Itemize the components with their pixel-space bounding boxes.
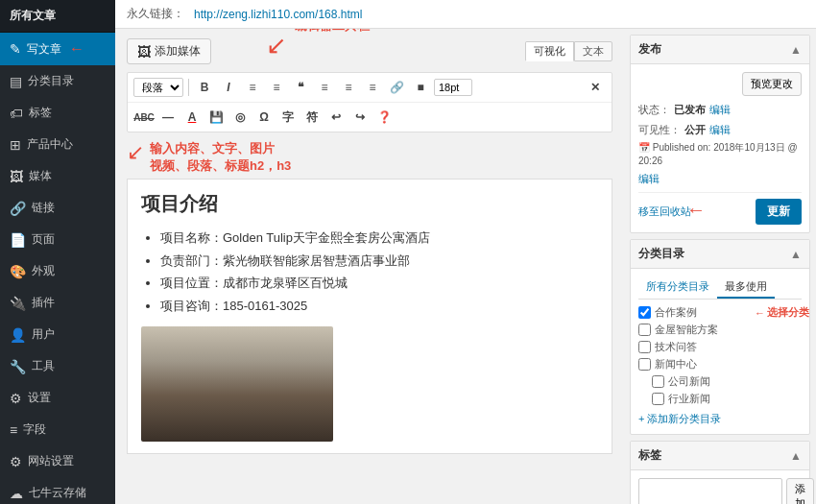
sidebar-item-categories[interactable]: ▤ 分类目录 (0, 65, 115, 97)
font-color-button[interactable]: A (181, 107, 203, 128)
category-header: 分类目录 ▲ (631, 240, 809, 269)
sidebar-item-settings-label: 设置 (28, 390, 51, 406)
cat-checkbox-case[interactable] (638, 306, 651, 319)
cat-tab-popular[interactable]: 最多使用 (717, 276, 775, 299)
permalink-bar: 永久链接： http://zeng.lizhi110.com/168.html (115, 0, 816, 29)
link-button[interactable]: 🔗 (386, 77, 407, 98)
tag-input[interactable] (638, 478, 782, 504)
redo-button[interactable]: ↪ (349, 107, 371, 128)
sidebar-item-tools[interactable]: 🔧 工具 (0, 350, 115, 382)
list-item: 项目名称：Golden Tulip天宇金熙全套房公寓酒店 (160, 227, 598, 249)
sidebar-item-siteconfig[interactable]: ⚙ 网站设置 (0, 445, 115, 477)
indent-button[interactable]: 字 (277, 107, 299, 128)
sidebar-item-media[interactable]: 🖼 媒体 (0, 160, 115, 192)
add-media-button[interactable]: 🖼 添加媒体 (127, 38, 211, 64)
cat-label-case: 合作案例 (655, 305, 697, 320)
category-body: 所有分类目录 最多使用 合作案例 ← 选择分类 (631, 269, 809, 434)
cat-checkbox-industry[interactable] (652, 393, 664, 405)
cat-tab-all[interactable]: 所有分类目录 (638, 276, 717, 299)
visibility-label: 可见性： (638, 122, 681, 138)
ol-button[interactable]: ≡ (266, 77, 287, 98)
categories-icon: ▤ (10, 74, 22, 89)
paste-button[interactable]: 💾 (205, 107, 227, 128)
sidebar-item-links[interactable]: 🔗 链接 (0, 192, 115, 224)
blockquote-button[interactable]: ❝ (290, 77, 311, 98)
category-toggle[interactable]: ▲ (790, 248, 802, 261)
status-edit-link[interactable]: 编辑 (709, 102, 731, 118)
sidebar-item-links-label: 链接 (32, 200, 55, 216)
tags-toggle[interactable]: ▲ (790, 449, 802, 463)
sidebar-item-write[interactable]: ✎ 写文章 ← (0, 33, 115, 65)
tab-visual[interactable]: 可视化 (525, 41, 574, 61)
move-to-trash-link[interactable]: 移至回收站 (638, 204, 691, 219)
undo-button[interactable]: ↩ (325, 107, 347, 128)
products-icon: ⊞ (10, 137, 21, 153)
special-char-button[interactable]: Ω (253, 107, 275, 128)
strikethrough-button[interactable]: ABC (133, 107, 155, 128)
toolbar-arrow: ↙ (266, 31, 287, 60)
outdent-button[interactable]: 符 (301, 107, 323, 128)
sidebar-item-tags-label: 标签 (29, 105, 52, 121)
sidebar-item-pages-label: 页面 (32, 231, 55, 248)
cat-label-faq: 技术问答 (655, 340, 697, 354)
insert-button[interactable]: ■ (410, 77, 431, 98)
sidebar-item-appearance[interactable]: 🎨 外观 (0, 255, 115, 287)
published-edit-link[interactable]: 编辑 (638, 173, 660, 184)
sidebar-item-media-label: 媒体 (29, 168, 52, 184)
sidebar-item-cloud[interactable]: ☁ 七牛云存储 (0, 477, 115, 504)
toolbar-divider-1 (188, 79, 189, 96)
help-button[interactable]: ❓ (373, 107, 395, 128)
font-size-input[interactable] (434, 79, 472, 96)
bold-button[interactable]: B (194, 77, 215, 98)
tags-header: 标签 ▲ (631, 442, 809, 470)
cat-checkbox-company[interactable] (652, 375, 664, 388)
sidebar-item-pages[interactable]: 📄 页面 (0, 224, 115, 255)
update-button[interactable]: 更新 (756, 199, 802, 225)
search-button[interactable]: ◎ (229, 107, 251, 128)
sidebar-item-plugins[interactable]: 🔌 插件 (0, 287, 115, 319)
publish-toggle[interactable]: ▲ (790, 43, 802, 57)
visibility-edit-link[interactable]: 编辑 (709, 122, 731, 138)
permalink-link[interactable]: http://zeng.lizhi110.com/168.html (194, 8, 362, 21)
links-icon: 🔗 (10, 201, 26, 216)
list-item: 项目咨询：185-0161-3025 (160, 295, 598, 317)
sidebar-item-tags[interactable]: 🏷 标签 (0, 97, 115, 129)
fullscreen-button[interactable]: ✕ (585, 77, 606, 98)
media-row: 🖼 添加媒体 ↙ 编辑器工具栏 可视化 文本 (127, 38, 612, 64)
preview-button[interactable]: 预览更改 (742, 72, 802, 96)
cat-checkbox-faq[interactable] (638, 341, 651, 353)
publish-section: 发布 ▲ 预览更改 状态： 已发布 编辑 可见性： 公开 编辑 (630, 35, 810, 233)
add-category-link[interactable]: + 添加新分类目录 (638, 412, 802, 426)
main-area: 永久链接： http://zeng.lizhi110.com/168.html … (115, 0, 816, 504)
cat-checkbox-news[interactable] (638, 358, 651, 371)
hr-button[interactable]: — (157, 107, 179, 128)
italic-button[interactable]: I (218, 77, 239, 98)
status-label: 状态： (638, 102, 670, 118)
published-row: 📅 Published on: 2018年10月13日 @ 20:26 (638, 141, 802, 168)
sidebar-item-write-label: 写文章 (27, 41, 61, 58)
sidebar-item-settings[interactable]: ⚙ 设置 (0, 382, 115, 414)
editor-toolbar: 段落 B I ≡ ≡ ❝ ≡ ≡ ≡ 🔗 ■ ✕ ABC (127, 72, 612, 132)
add-media-icon: 🖼 (137, 44, 151, 60)
sidebar-item-cloud-label: 七牛云存储 (29, 485, 86, 501)
sidebar-header: 所有文章 (0, 0, 115, 33)
sidebar-item-products[interactable]: ⊞ 产品中心 (0, 129, 115, 160)
sidebar-item-plugins-label: 插件 (32, 295, 55, 311)
ul-button[interactable]: ≡ (242, 77, 263, 98)
align-right-button[interactable]: ≡ (362, 77, 383, 98)
tag-input-row: 添加 (638, 478, 802, 504)
content-area[interactable]: 项目介绍 项目名称：Golden Tulip天宇金熙全套房公寓酒店 负责部门：紫… (127, 179, 612, 454)
content-annotation-row: ↙ 输入内容、文字、图片视频、段落、标题h2，h3 (127, 140, 612, 175)
tags-section: 标签 ▲ 添加 多个标签请使用英文逗号（,）分开 (630, 441, 810, 504)
sidebar-item-users[interactable]: 👤 用户 (0, 319, 115, 350)
cat-checkbox-solution[interactable] (638, 324, 651, 336)
align-left-button[interactable]: ≡ (314, 77, 335, 98)
align-center-button[interactable]: ≡ (338, 77, 359, 98)
add-tag-button[interactable]: 添加 (786, 478, 814, 504)
list-item: 负责部门：紫光物联智能家居智慧酒店事业部 (160, 250, 598, 272)
tab-text[interactable]: 文本 (574, 41, 612, 61)
format-select[interactable]: 段落 (133, 78, 183, 97)
toolbar-annotation-label: 编辑器工具栏 (295, 29, 370, 35)
sidebar-item-charset[interactable]: ≡ 字段 (0, 414, 115, 445)
siteconfig-icon: ⚙ (10, 454, 22, 469)
